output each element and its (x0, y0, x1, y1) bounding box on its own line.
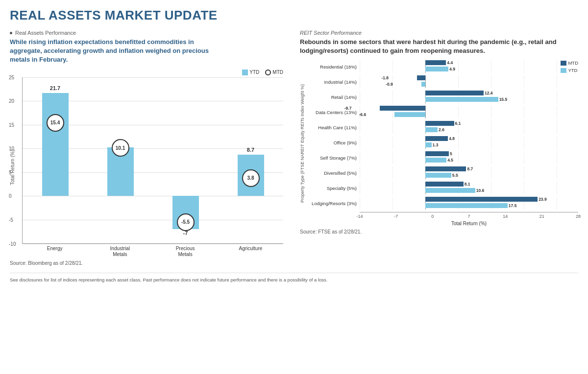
left-chart-legend: YTD MTD (10, 70, 283, 75)
reit-bar-val: 6.1 (455, 121, 461, 126)
reit-row-label-9: Lodging/Resorts (3%) (306, 201, 360, 206)
reit-x-tick-container: -14-707142128 (360, 214, 578, 220)
legend-mtd-label: MTD (272, 70, 283, 75)
reit-bar-val: 4.5 (447, 158, 453, 163)
reit-y-axis-label: Property Type (FTSE NAREIT Equity REITs … (300, 60, 305, 226)
reit-bar (425, 188, 475, 193)
x-label-3: Agriculture (233, 246, 268, 257)
reit-bars-area-5: 4.81.3 (360, 136, 557, 149)
reit-x-tick-label: 7 (467, 214, 470, 219)
y-grid-label: -5 (9, 217, 13, 222)
reit-row-6: Self Storage (7%)54.5 (306, 151, 557, 164)
left-panel: Real Assets Performance While rising inf… (10, 30, 288, 266)
reit-row-label-4: Health Care (11%) (306, 125, 360, 130)
reit-bar-val: 10.6 (476, 188, 485, 193)
reit-bar-val: 8.1 (465, 182, 470, 187)
legend-mtd: MTD (265, 70, 283, 75)
reit-row-label-2: Retail (14%) (306, 94, 360, 100)
bar-ytd-label-3: 8.7 (238, 147, 264, 153)
y-grid-label: 25 (9, 74, 14, 80)
reit-row-label-3: Data Centers (13%) (306, 110, 360, 115)
reit-bar-val: 4.4 (447, 60, 453, 65)
reit-row-label-5: Office (9%) (306, 140, 360, 145)
reit-bar (425, 166, 466, 171)
reit-bar-val: 5 (450, 151, 452, 156)
x-labels: EnergyIndustrialMetalsPreciousMetalsAgri… (17, 246, 288, 257)
reit-bars-area-4: 6.12.6 (360, 121, 557, 134)
reit-x-tick-label: 0 (431, 214, 434, 219)
y-grid-label: 15 (9, 122, 14, 127)
reit-bar-val: -6.6 (359, 112, 366, 117)
reit-row-5: Office (9%)4.81.3 (306, 136, 557, 149)
legend-mtd-circle (265, 70, 271, 75)
reit-bar-val: 2.6 (439, 127, 444, 132)
reit-bar-val: 4.8 (449, 136, 455, 141)
left-source: Source: Bloomberg as of 2/28/21. (10, 260, 288, 266)
reit-row-7: Diversified (5%)8.75.5 (306, 166, 557, 179)
reit-bars-area-1: -1.8-0.9 (360, 75, 557, 88)
reit-bar (425, 197, 538, 202)
bar-ytd-label-0: 21.7 (42, 85, 69, 91)
reit-bar (425, 142, 431, 147)
reit-bars-area-6: 54.5 (360, 151, 557, 164)
reit-bars-area-7: 8.75.5 (360, 166, 557, 179)
reit-x-tick-label: -7 (394, 214, 398, 219)
reit-bars-area-8: 8.110.6 (360, 182, 557, 194)
reit-row-label-8: Specialty (5%) (306, 186, 360, 191)
reit-bar (425, 203, 508, 208)
bar-mtd-circle-2: -5.5 (177, 213, 195, 231)
reit-bar (425, 127, 438, 132)
x-label-2: PreciousMetals (168, 246, 202, 257)
legend-ytd-label: YTD (249, 70, 259, 75)
reit-row-3: Data Centers (13%)-9.7-6.6 (306, 106, 557, 118)
reit-legend-mtd-box (561, 61, 566, 66)
bullet-dot (10, 32, 12, 34)
reit-row-label-1: Industrial (14%) (306, 79, 360, 85)
reit-bar-val: 15.5 (499, 97, 508, 102)
reit-rows-and-legend: Residential (18%)4.44.9Industrial (14%)-… (306, 60, 578, 212)
reit-bar-val: -1.8 (381, 75, 389, 80)
reit-bar (425, 136, 448, 141)
reit-x-title: Total Return (%) (360, 221, 578, 226)
reit-bars-area-2: 12.415.5 (360, 91, 557, 103)
reit-bar-val: 17.5 (509, 203, 517, 208)
bar-ytd-0 (42, 93, 69, 196)
reit-bar-val: 23.9 (539, 197, 547, 202)
reit-row-label-7: Diversified (5%) (306, 170, 360, 176)
reit-bar (425, 67, 448, 71)
reit-row-8: Specialty (5%)8.110.6 (306, 182, 557, 194)
reit-x-tick-label: 28 (576, 214, 581, 219)
bar-mtd-circle-0: 15.4 (47, 114, 64, 132)
reit-row-4: Health Care (11%)6.12.6 (306, 121, 557, 134)
reit-bar (394, 112, 425, 117)
reit-bar (425, 121, 454, 126)
page-title: REAL ASSETS MARKET UPDATE (10, 8, 578, 23)
left-chart-inner: 2520151050-5-1021.715.410.210.1-7-5.58.7… (22, 77, 283, 244)
reit-row-2: Retail (14%)12.415.5 (306, 91, 557, 103)
reit-bar-val: 8.7 (467, 166, 473, 171)
reit-chart-body: Residential (18%)4.44.9Industrial (14%)-… (306, 60, 578, 226)
reit-bar-val: 1.3 (433, 142, 439, 147)
reit-bar (417, 75, 425, 80)
reit-row-1: Industrial (14%)-1.8-0.9 (306, 75, 557, 88)
reit-legend-ytd: YTD (561, 68, 578, 73)
reit-bar (425, 173, 451, 178)
reit-row-9: Lodging/Resorts (3%)23.917.5 (306, 197, 557, 210)
left-chart-area: 2520151050-5-1021.715.410.210.1-7-5.58.7… (17, 77, 288, 257)
left-chart-subtitle: While rising inflation expectations bene… (10, 38, 216, 65)
right-panel: REIT Sector Performance Rebounds in some… (300, 30, 578, 266)
reit-row-0: Residential (18%)4.44.9 (306, 60, 557, 73)
reit-bar (425, 151, 449, 156)
y-grid-label: 10 (9, 146, 14, 151)
reit-section-label: REIT Sector Performance (300, 30, 578, 36)
reit-bar (425, 182, 464, 187)
y-grid-label: -10 (9, 241, 16, 246)
reit-bar (425, 97, 498, 102)
reit-bar-val: -0.9 (386, 82, 393, 87)
left-y-axis-label: Total Return (%) (10, 77, 15, 257)
reit-bar (425, 158, 446, 163)
reit-bar-val: 4.9 (449, 67, 455, 71)
disclaimer: See disclosures for list of indices repr… (10, 273, 578, 282)
reit-bars-area-9: 23.917.5 (360, 197, 557, 210)
x-label-1: IndustrialMetals (103, 246, 137, 257)
